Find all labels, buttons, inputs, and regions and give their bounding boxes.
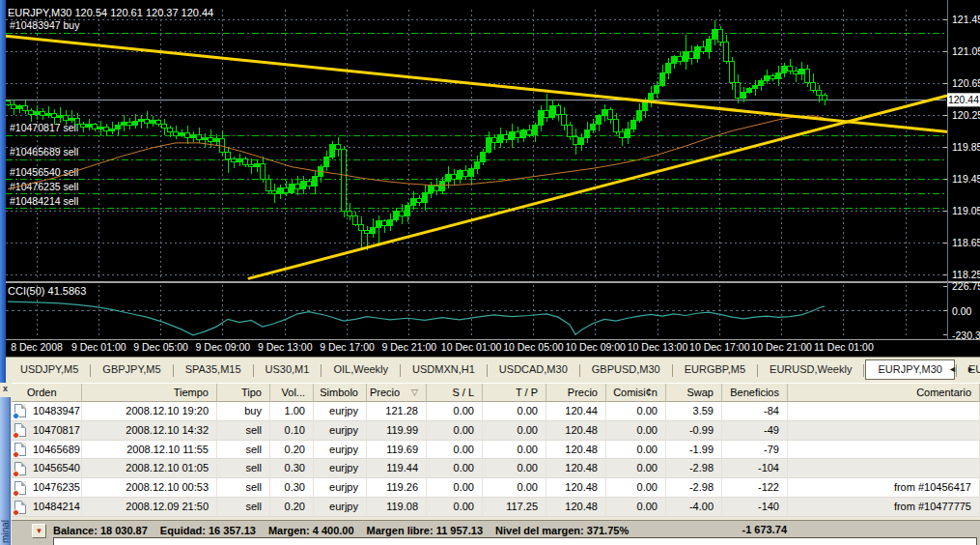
- cell-commission: 0.00: [606, 459, 666, 478]
- balance-segment: Nivel del margen: 371.75%: [495, 523, 629, 538]
- column-header-time[interactable]: Tiempo: [82, 384, 217, 402]
- cci-indicator-label: CCI(50) 41.5863: [8, 285, 86, 297]
- tab-separator: [863, 364, 864, 377]
- order-row-10483947[interactable]: 104839472008.12.10 19:20buy1.00eurjpy121…: [12, 402, 980, 421]
- chart-tab-gbpusd-m30[interactable]: GBPUSD,M30: [581, 359, 671, 378]
- column-header-price2[interactable]: Precio: [546, 384, 606, 402]
- chart-tab-eurusd-weekly[interactable]: EURUSD,Weekly: [759, 359, 862, 378]
- order-icon-sell: [14, 481, 26, 495]
- chart-tab-gbpjpy-m5[interactable]: GBPJPY,M5: [92, 359, 171, 378]
- close-icon[interactable]: x: [0, 383, 11, 396]
- tab-separator: [400, 364, 401, 377]
- candle: [545, 111, 549, 118]
- candle: [614, 119, 619, 131]
- orders-table-header: OrdenTiempoTipoVol...SimboloPrecio▽S / L…: [12, 383, 980, 402]
- candle: [492, 138, 497, 143]
- candle: [203, 137, 208, 139]
- candle: [226, 153, 231, 159]
- column-header-tp[interactable]: T / P: [483, 384, 546, 402]
- cell-symbol: eurjpy: [314, 498, 367, 517]
- candle: [799, 70, 804, 74]
- chart-tab-spa35-m15[interactable]: SPA35,M15: [175, 359, 252, 378]
- cell-sl: 0.00: [427, 402, 483, 421]
- order-line-label: #10483947 buy: [10, 19, 80, 31]
- candle: [93, 125, 98, 129]
- cell-price2: 120.48: [546, 441, 606, 460]
- cell-time: 2008.12.10 01:05: [82, 459, 217, 478]
- time-axis-label: 9 Dec 17:00: [320, 341, 375, 353]
- candle: [643, 101, 648, 111]
- chart-tab-eurjpy-m30[interactable]: EURJPY,M30: [865, 359, 954, 380]
- candle: [759, 81, 764, 86]
- candle: [660, 72, 665, 85]
- cell-swap: -2.98: [666, 478, 722, 498]
- candle: [232, 158, 237, 161]
- tab-scroll-right-icon[interactable]: ►: [965, 362, 977, 377]
- column-header-order[interactable]: Orden: [12, 384, 82, 402]
- cell-price2: 120.48: [546, 421, 606, 441]
- chart-tab-us30-m1[interactable]: US30,M1: [255, 359, 321, 378]
- journal-strip: [53, 537, 977, 545]
- candle: [104, 127, 109, 130]
- candle: [261, 163, 266, 179]
- window-left-border: [0, 0, 6, 383]
- chart-tab-usdcad-m30[interactable]: USDCAD,M30: [489, 359, 578, 378]
- cell-tp: 0.00: [483, 402, 546, 421]
- order-row-10476235[interactable]: 104762352008.12.10 00:53sell0.30eurjpy11…: [12, 478, 980, 498]
- candle: [794, 72, 798, 74]
- order-row-10456540[interactable]: 104565402008.12.10 01:05sell0.30eurjpy11…: [12, 459, 980, 478]
- candle: [742, 92, 746, 99]
- column-header-commission[interactable]: Comisi¢n: [606, 384, 666, 402]
- chart-tab-bar: USDJPY,M5GBPJPY,M5SPA35,M15US30,M1OIL,We…: [0, 357, 980, 383]
- candle: [487, 138, 491, 153]
- candle: [12, 104, 16, 108]
- cell-order: 10476235: [12, 478, 82, 498]
- column-header-profit[interactable]: Beneficios: [722, 384, 788, 402]
- order-row-10470817[interactable]: 104708172008.12.10 14:32sell0.10eurjpy11…: [12, 421, 980, 441]
- candle: [655, 85, 659, 93]
- candle: [747, 89, 752, 92]
- cell-swap: -1.99: [666, 441, 722, 460]
- candle: [608, 109, 613, 119]
- cci-axis-tick: 226.7582: [952, 280, 980, 292]
- order-row-10484214[interactable]: 104842142008.12.09 21:50sell0.20eurjpy11…: [12, 498, 980, 517]
- column-header-price[interactable]: Precio▽: [367, 384, 427, 402]
- balance-segment: Equidad: 16 357.13: [160, 523, 256, 538]
- tab-separator: [173, 364, 174, 377]
- chart-tab-eurgbp-m5[interactable]: EURGBP,M5: [674, 359, 756, 378]
- candlestick-chart[interactable]: 121.45121.05120.65120.25119.85119.45119.…: [0, 0, 980, 357]
- price-axis-tick: 119.85: [952, 141, 980, 153]
- candle: [823, 95, 827, 100]
- chart-tab-oil-weekly[interactable]: OIL,Weekly: [322, 359, 399, 378]
- candle: [469, 168, 474, 176]
- balance-segment: Balance: 18 030.87: [53, 523, 148, 538]
- column-header-vol[interactable]: Vol...: [270, 384, 314, 402]
- order-icon-sell: [14, 501, 26, 514]
- candle: [510, 131, 515, 139]
- tab-separator: [487, 364, 488, 377]
- column-header-sl[interactable]: S / L: [427, 384, 483, 402]
- chart-tab-usdmxn-h1[interactable]: USDMXN,H1: [402, 359, 486, 378]
- cell-vol: 0.30: [270, 478, 314, 498]
- chart-tabs: USDJPY,M5GBPJPY,M5SPA35,M15US30,M1OIL,We…: [10, 359, 980, 380]
- column-header-symbol[interactable]: Simbolo: [314, 384, 367, 402]
- candle: [434, 186, 439, 190]
- column-header-comment[interactable]: Comentario: [788, 384, 980, 402]
- candle: [81, 124, 86, 127]
- chart-window[interactable]: 121.45121.05120.65120.25119.85119.45119.…: [0, 0, 980, 357]
- cell-sl: 0.00: [427, 498, 483, 517]
- cell-sl: 0.00: [427, 441, 483, 460]
- order-row-10465689[interactable]: 104656892008.12.10 11:55sell0.20eurjpy11…: [12, 441, 980, 460]
- candle: [191, 135, 196, 137]
- cell-type: sell: [217, 498, 270, 517]
- chart-tab-usdjpy-m5[interactable]: USDJPY,M5: [10, 359, 89, 378]
- price-axis-tick: 120.65: [952, 77, 980, 89]
- cell-profit: -122: [722, 478, 788, 498]
- column-header-swap[interactable]: Swap: [666, 384, 722, 402]
- time-axis-label: 11 Dec 01:00: [814, 341, 874, 353]
- candle: [295, 185, 300, 189]
- tab-scroll-left-icon[interactable]: ◄: [946, 362, 959, 377]
- cell-swap: -2.98: [666, 459, 722, 478]
- column-header-type[interactable]: Tipo: [217, 384, 270, 402]
- cell-order: 10456540: [12, 459, 82, 478]
